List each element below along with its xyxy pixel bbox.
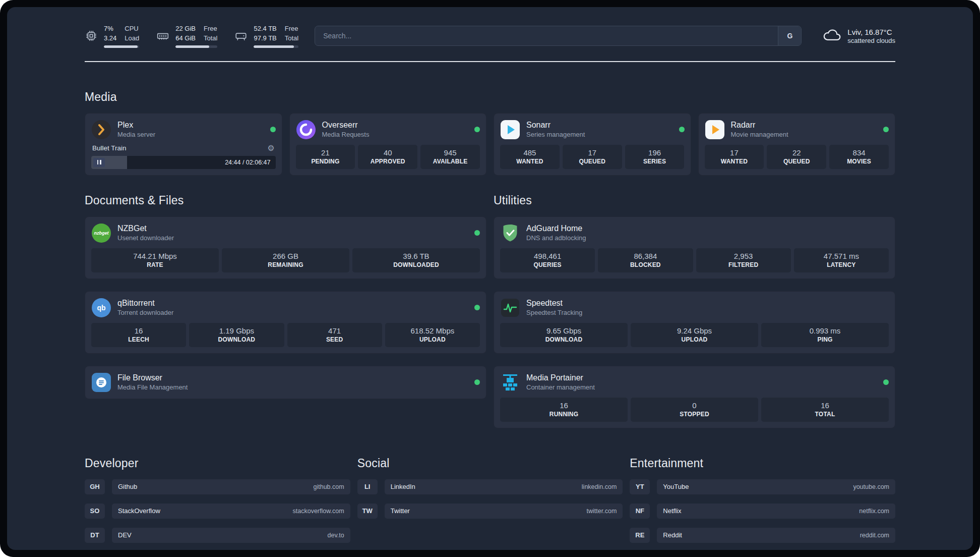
- stat-queued: 17QUEUED: [563, 145, 622, 169]
- stat-leech: 16LEECH: [91, 323, 186, 347]
- dashboard: 7% 3.24 CPU Load: [7, 7, 973, 550]
- bookmark-link-github[interactable]: Github github.com: [112, 479, 350, 494]
- status-dot: [883, 379, 889, 385]
- app-name: qBittorrent: [117, 299, 173, 308]
- bookmark-abbr-dev[interactable]: DT: [85, 528, 105, 543]
- status-dot: [883, 127, 889, 132]
- cloud-icon: [823, 28, 841, 44]
- app-name: Radarr: [731, 121, 788, 130]
- cpu-icon: [85, 29, 98, 42]
- section-heading-developer: Developer: [85, 457, 350, 470]
- radarr-card[interactable]: Radarr Movie management 17WANTED 22QUEUE…: [698, 113, 896, 176]
- bookmark-link-netflix[interactable]: Netflix netflix.com: [657, 504, 895, 519]
- stat-wanted: 17WANTED: [705, 145, 764, 169]
- app-desc: Container management: [526, 383, 595, 391]
- bookmark-link-youtube[interactable]: YouTube youtube.com: [657, 479, 895, 494]
- ram-metric: 22 GiB 64 GiB Free Total: [156, 24, 217, 48]
- cpu-usage-bar: [104, 45, 139, 48]
- app-desc: DNS and adblocking: [526, 234, 586, 242]
- stat-filtered: 2,953FILTERED: [696, 248, 791, 272]
- pause-icon[interactable]: [93, 158, 105, 167]
- overseerr-card[interactable]: Overseerr Media Requests 21PENDING 40APP…: [289, 113, 487, 176]
- gear-icon[interactable]: ⚙: [267, 144, 274, 152]
- disk-total-value: 97.9 TB: [254, 34, 276, 43]
- qbittorrent-card[interactable]: qb qBittorrent Torrent downloader 16LEEC…: [85, 291, 486, 354]
- app-name: NZBGet: [117, 224, 174, 233]
- filebrowser-card[interactable]: File Browser Media File Management: [85, 366, 486, 399]
- bookmark-abbr-reddit[interactable]: RE: [630, 528, 650, 543]
- app-frame: 7% 3.24 CPU Load: [0, 0, 980, 557]
- app-desc: Media server: [117, 131, 155, 138]
- stat-stopped: 0STOPPED: [631, 398, 758, 422]
- stat-queries: 498,461QUERIES: [500, 248, 595, 272]
- svg-text:nzbget: nzbget: [94, 231, 109, 236]
- ram-usage-bar: [175, 45, 217, 48]
- bookmark-link-reddit[interactable]: Reddit reddit.com: [657, 528, 895, 543]
- nzbget-icon: nzbget: [91, 223, 111, 243]
- stat-upload: 9.24 GbpsUPLOAD: [631, 323, 758, 347]
- app-name: Plex: [117, 121, 155, 130]
- bookmark-row-stackoverflow: SO StackOverflow stackoverflow.com: [85, 504, 350, 519]
- app-name: Overseerr: [322, 121, 370, 130]
- stat-latency: 47.571 msLATENCY: [794, 248, 889, 272]
- plex-icon: [91, 120, 111, 140]
- app-desc: Torrent downloader: [117, 309, 173, 316]
- app-desc: Media Requests: [322, 131, 370, 138]
- portainer-card[interactable]: Media Portainer Container management 16R…: [494, 366, 895, 428]
- ram-total-value: 64 GiB: [175, 34, 196, 43]
- search-engine-button[interactable]: G: [778, 26, 801, 45]
- status-dot: [474, 127, 480, 132]
- app-name: Media Portainer: [526, 373, 595, 382]
- app-name: Speedtest: [526, 299, 582, 308]
- bookmark-abbr-github[interactable]: GH: [85, 479, 105, 494]
- sonarr-icon: [500, 120, 520, 140]
- stat-download: 9.65 GbpsDOWNLOAD: [500, 323, 628, 347]
- cpu-load-value: 3.24: [104, 34, 116, 43]
- search-input[interactable]: [315, 26, 778, 45]
- bookmark-link-dev[interactable]: DEV dev.to: [112, 528, 350, 543]
- bookmark-row-dev: DT DEV dev.to: [85, 528, 350, 543]
- stat-blocked: 86,384BLOCKED: [598, 248, 693, 272]
- cpu-metric: 7% 3.24 CPU Load: [85, 24, 139, 48]
- bookmark-row-github: GH Github github.com: [85, 479, 350, 494]
- plex-card[interactable]: Plex Media server Bullet Train ⚙ 24:44 /…: [85, 113, 282, 176]
- cpu-label: CPU: [125, 24, 139, 34]
- bookmark-link-stackoverflow[interactable]: StackOverflow stackoverflow.com: [112, 504, 350, 519]
- bookmark-abbr-stackoverflow[interactable]: SO: [85, 504, 105, 519]
- app-name: AdGuard Home: [526, 224, 586, 233]
- bookmark-link-twitter[interactable]: Twitter twitter.com: [385, 504, 623, 519]
- weather-widget[interactable]: Lviv, 16.87°C scattered clouds: [823, 28, 895, 44]
- nzbget-card[interactable]: nzbget NZBGet Usenet downloader 744.21 M…: [85, 216, 486, 279]
- disk-usage-bar: [254, 45, 298, 48]
- section-heading-documents: Documents & Files: [85, 194, 486, 207]
- app-name: Sonarr: [526, 121, 585, 130]
- stat-approved: 40APPROVED: [358, 145, 417, 169]
- section-documents: Documents & Files nzbget NZBGet Usenet d…: [85, 194, 486, 399]
- bookmark-link-linkedin[interactable]: LinkedIn linkedin.com: [385, 479, 623, 494]
- stat-series: 196SERIES: [625, 145, 685, 169]
- adguard-card[interactable]: AdGuard Home DNS and adblocking 498,461Q…: [494, 216, 895, 279]
- weather-location: Lviv, 16.87°C: [847, 28, 895, 36]
- plex-progress-bar[interactable]: 24:44 / 02:06:47: [91, 156, 276, 169]
- section-heading-entertainment: Entertainment: [630, 457, 895, 470]
- section-heading-social: Social: [357, 457, 623, 470]
- bookmark-abbr-youtube[interactable]: YT: [630, 479, 650, 494]
- section-entertainment: Entertainment YT YouTube youtube.com NF …: [630, 457, 895, 543]
- disk-metric: 52.4 TB 97.9 TB Free Total: [234, 24, 298, 48]
- ram-free-value: 22 GiB: [175, 24, 196, 34]
- app-desc: Speedtest Tracking: [526, 309, 582, 316]
- bookmark-abbr-twitter[interactable]: TW: [357, 504, 378, 519]
- stat-upload: 618.52 MbpsUPLOAD: [385, 323, 480, 347]
- stat-seed: 471SEED: [287, 323, 382, 347]
- cpu-percent: 7%: [104, 24, 116, 34]
- now-playing-title: Bullet Train: [92, 144, 127, 152]
- sonarr-card[interactable]: Sonarr Series management 485WANTED 17QUE…: [494, 113, 691, 176]
- stat-available: 945AVAILABLE: [420, 145, 480, 169]
- bookmark-abbr-netflix[interactable]: NF: [630, 504, 650, 519]
- speedtest-card[interactable]: Speedtest Speedtest Tracking 9.65 GbpsDO…: [494, 291, 895, 354]
- app-desc: Series management: [526, 131, 585, 138]
- status-dot: [474, 379, 480, 385]
- portainer-icon: [500, 372, 520, 393]
- bookmark-abbr-linkedin[interactable]: LI: [357, 479, 378, 494]
- stat-remaining: 266 GBREMAINING: [222, 248, 349, 272]
